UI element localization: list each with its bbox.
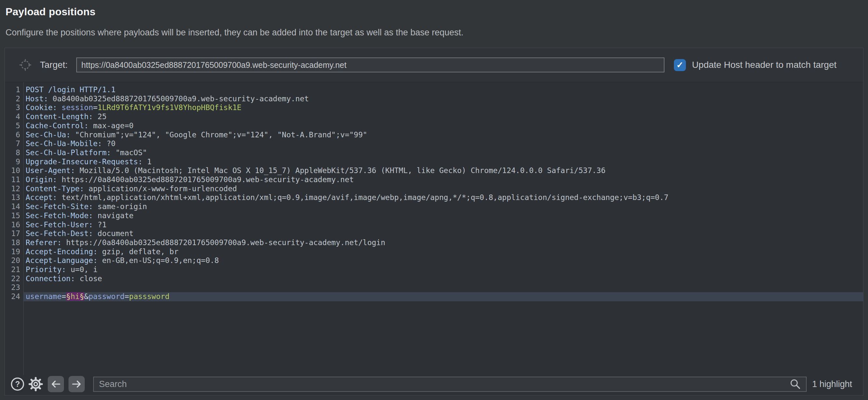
code-segment: "Chromium";v="124", "Google Chrome";v="1… <box>70 130 367 139</box>
prev-match-button[interactable] <box>48 376 64 392</box>
code-segment: ?1 <box>93 220 107 229</box>
next-match-button[interactable] <box>68 376 85 392</box>
line-number: 1 <box>5 85 23 94</box>
request-line[interactable]: 16Sec-Fetch-User: ?1 <box>5 220 863 229</box>
line-number: 14 <box>5 202 23 211</box>
request-line[interactable]: 20Accept-Language: en-GB,en-US;q=0.9,en;… <box>5 256 863 265</box>
request-line[interactable]: 22Connection: close <box>5 274 863 283</box>
code-segment: Accept-Encoding: <box>26 247 98 256</box>
request-line[interactable]: 18Referer: https://0a8400ab0325ed8887201… <box>5 238 863 247</box>
code-segment: & <box>84 292 89 301</box>
request-line-text[interactable]: Upgrade-Insecure-Requests: 1 <box>23 157 863 166</box>
request-line-text[interactable]: Connection: close <box>23 274 863 283</box>
code-segment: Sec-Ch-Ua-Platform: <box>26 148 111 157</box>
request-line[interactable]: 13Accept: text/html,application/xhtml+xm… <box>5 193 863 202</box>
update-host-checkbox[interactable]: ✓ <box>674 59 686 71</box>
code-segment: Cookie: <box>26 103 57 112</box>
request-line-text[interactable]: Priority: u=0, i <box>23 265 863 274</box>
right-arrow-icon <box>71 379 82 389</box>
payload-positions-panel: Target: ✓ Update Host header to match ta… <box>4 48 864 396</box>
request-line[interactable]: 6Sec-Ch-Ua: "Chromium";v="124", "Google … <box>5 130 863 140</box>
code-segment: u=0, i <box>66 265 98 274</box>
request-line[interactable]: 10User-Agent: Mozilla/5.0 (Macintosh; In… <box>5 166 863 175</box>
request-line[interactable]: 8Sec-Ch-Ua-Platform: "macOS" <box>5 148 863 157</box>
code-segment: Sec-Ch-Ua: <box>26 130 70 139</box>
code-segment: = <box>62 292 66 301</box>
settings-button[interactable] <box>28 377 43 392</box>
code-segment: en-GB,en-US;q=0.9,en;q=0.8 <box>98 256 219 265</box>
code-segment: https://0a8400ab0325ed8887201765009700a9… <box>62 238 385 247</box>
request-line-text[interactable]: POST /login HTTP/1.1 <box>23 85 863 94</box>
code-segment: navigate <box>93 211 134 220</box>
request-line[interactable]: 21Priority: u=0, i <box>5 265 863 274</box>
request-line[interactable]: 23 <box>5 283 863 292</box>
request-line-text[interactable]: Cache-Control: max-age=0 <box>23 121 863 130</box>
code-segment: close <box>75 274 102 283</box>
payload-position-marker: § <box>66 292 71 301</box>
code-segment: Accept: <box>26 193 57 202</box>
request-line[interactable]: 3Cookie: session=1LRd9T6fATY1v9fs1V8Yhop… <box>5 103 863 112</box>
request-line-text[interactable]: Accept: text/html,application/xhtml+xml,… <box>23 193 863 202</box>
request-line[interactable]: 19Accept-Encoding: gzip, deflate, br <box>5 247 863 256</box>
request-line-text[interactable]: Sec-Fetch-Site: same-origin <box>23 202 863 211</box>
code-segment: Cache-Control: <box>26 121 89 130</box>
line-number: 10 <box>5 166 23 175</box>
page-subtitle: Configure the positions where payloads w… <box>5 28 862 38</box>
target-label: Target: <box>40 60 68 70</box>
code-segment: ?0 <box>102 139 116 148</box>
request-line-text[interactable]: Sec-Ch-Ua-Mobile: ?0 <box>23 139 863 148</box>
left-arrow-icon <box>50 379 61 389</box>
code-segment: application/x-www-form-urlencoded <box>84 184 237 193</box>
code-segment: username <box>26 292 62 301</box>
request-line-text[interactable]: Accept-Encoding: gzip, deflate, br <box>23 247 863 256</box>
request-line[interactable]: 4Content-Length: 25 <box>5 112 863 121</box>
request-line[interactable]: 2Host: 0a8400ab0325ed8887201765009700a9.… <box>5 94 863 103</box>
request-line[interactable]: 9Upgrade-Insecure-Requests: 1 <box>5 157 863 166</box>
code-segment: Referer: <box>26 238 62 247</box>
request-line-text[interactable]: Host: 0a8400ab0325ed8887201765009700a9.w… <box>23 94 863 103</box>
code-segment: 1LRd9T6fATY1v9fs1V8YhopHBQfisk1E <box>98 103 242 112</box>
request-line[interactable]: 24username=§hi§&password=passsword <box>5 292 863 301</box>
page-title: Payload positions <box>5 6 862 18</box>
request-line[interactable]: 12Content-Type: application/x-www-form-u… <box>5 184 863 193</box>
request-line-text[interactable]: Sec-Ch-Ua: "Chromium";v="124", "Google C… <box>23 130 863 140</box>
request-line[interactable]: 7Sec-Ch-Ua-Mobile: ?0 <box>5 139 863 148</box>
request-line-text[interactable]: Accept-Language: en-GB,en-US;q=0.9,en;q=… <box>23 256 863 265</box>
request-line[interactable]: 1POST /login HTTP/1.1 <box>5 85 863 94</box>
request-line-text[interactable]: Cookie: session=1LRd9T6fATY1v9fs1V8YhopH… <box>23 103 863 112</box>
request-line[interactable]: 15Sec-Fetch-Mode: navigate <box>5 211 863 220</box>
request-line-text[interactable]: Sec-Ch-Ua-Platform: "macOS" <box>23 148 863 157</box>
svg-text:?: ? <box>15 379 20 388</box>
request-line[interactable]: 5Cache-Control: max-age=0 <box>5 121 863 130</box>
request-line[interactable]: 17Sec-Fetch-Dest: document <box>5 229 863 238</box>
request-line-text[interactable]: Content-Type: application/x-www-form-url… <box>23 184 863 193</box>
line-number: 15 <box>5 211 23 220</box>
line-number: 7 <box>5 139 23 148</box>
help-button[interactable]: ? <box>10 377 25 392</box>
request-line[interactable]: 14Sec-Fetch-Site: same-origin <box>5 202 863 211</box>
request-editor[interactable]: 1POST /login HTTP/1.12Host: 0a8400ab0325… <box>5 82 863 395</box>
code-segment: password <box>89 292 125 301</box>
code-segment: Sec-Fetch-Site: <box>26 202 93 211</box>
line-number: 13 <box>5 193 23 202</box>
request-line-text[interactable]: Sec-Fetch-Mode: navigate <box>23 211 863 220</box>
request-line-text[interactable]: username=§hi§&password=passsword <box>23 292 863 301</box>
code-segment: User-Agent: <box>26 166 75 175</box>
request-line-text[interactable]: Referer: https://0a8400ab0325ed888720176… <box>23 238 863 247</box>
request-line-text[interactable]: Origin: https://0a8400ab0325ed8887201765… <box>23 175 863 184</box>
request-code-area[interactable]: 1POST /login HTTP/1.12Host: 0a8400ab0325… <box>5 82 863 301</box>
request-line-text[interactable]: Sec-Fetch-Dest: document <box>23 229 863 238</box>
request-line-text[interactable] <box>23 283 863 292</box>
editor-gutter-separator <box>23 82 24 375</box>
code-segment: Content-Length: <box>26 112 93 121</box>
line-number: 4 <box>5 112 23 121</box>
code-segment: same-origin <box>93 202 147 211</box>
request-line[interactable]: 11Origin: https://0a8400ab0325ed88872017… <box>5 175 863 184</box>
code-segment: gzip, deflate, br <box>98 247 179 256</box>
search-input[interactable] <box>93 377 807 392</box>
request-line-text[interactable]: Sec-Fetch-User: ?1 <box>23 220 863 229</box>
target-url-input[interactable] <box>76 58 664 72</box>
request-line-text[interactable]: User-Agent: Mozilla/5.0 (Macintosh; Inte… <box>23 166 863 175</box>
request-line-text[interactable]: Content-Length: 25 <box>23 112 863 121</box>
code-segment: Host: <box>26 94 48 103</box>
